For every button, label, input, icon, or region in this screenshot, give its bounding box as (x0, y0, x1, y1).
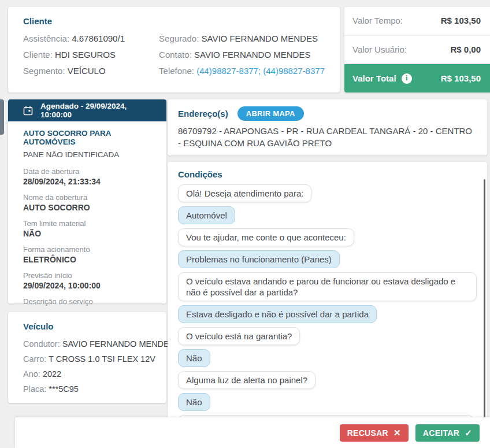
schedule-field-label: Previsão início (23, 271, 158, 280)
field-row: Segurado: SAVIO FERNANDO MENDES (159, 31, 325, 47)
decline-button[interactable]: RECUSAR ✕ (340, 424, 409, 442)
field-label: Contato: (159, 50, 192, 60)
chat-question-bubble: O veículo está na garantia? (178, 327, 300, 345)
chat-answer-bubble: Automóvel (178, 206, 235, 224)
chat-question-bubble: Olá! Deseja atendimento para: (178, 184, 311, 202)
totals-row-label: Valor Usuário: (352, 45, 407, 54)
field-row: Cliente: HDI SEGUROS (23, 47, 159, 63)
schedule-card: Agendado - 29/09/2024, 10:00:00 AUTO SOC… (8, 99, 166, 303)
accept-button[interactable]: ACEITAR ✓ (415, 424, 480, 442)
field-row: Segmento: VEÍCULO (23, 63, 159, 79)
schedule-field: Data de abertura28/09/2024, 21:33:34 (23, 166, 158, 187)
field-value: VEÍCULO (68, 66, 106, 76)
calendar-icon (23, 106, 33, 116)
field-row: Condutor: SAVIO FERNANDO MENDES (23, 336, 158, 351)
schedule-field-value: 28/09/2024, 21:33:34 (23, 176, 158, 187)
schedule-field-label: Descrição do serviço (23, 297, 158, 306)
client-card-columns: Assistência: 4.67861090/1Cliente: HDI SE… (23, 31, 325, 79)
field-label: Telefone: (159, 66, 194, 76)
field-value: HDI SEGUROS (55, 50, 116, 60)
conditions-card: Condições Olá! Deseja atendimento para:A… (168, 162, 487, 448)
field-value: 2022 (43, 369, 61, 379)
total-row: Valor Total i R$ 103,50 (344, 64, 490, 92)
address-text: 86709792 - ARAPONGAS - PR - RUA CARDEAL … (178, 125, 477, 149)
check-icon: ✓ (465, 428, 472, 438)
schedule-field-value: 29/09/2024, 10:00:00 (23, 280, 158, 291)
vehicle-fields: Condutor: SAVIO FERNANDO MENDESCarro: T … (23, 336, 158, 397)
client-card: Cliente Assistência: 4.67861090/1Cliente… (8, 7, 340, 92)
schedule-header-label: Agendado - 29/09/2024, 10:00:00 (40, 102, 159, 119)
schedule-field-label: Data de abertura (23, 166, 158, 176)
totals-panel: Valor Tempo:R$ 103,50Valor Usuário:R$ 0,… (344, 7, 490, 92)
vehicle-card: Veículo Condutor: SAVIO FERNANDO MENDESC… (8, 312, 166, 403)
schedule-fields: Data de abertura28/09/2024, 21:33:34Nome… (23, 166, 158, 317)
client-card-title: Cliente (23, 16, 325, 26)
total-value: R$ 103,50 (441, 73, 481, 83)
field-row: Telefone: (44)98827-8377; (44)98827-8377 (159, 63, 325, 79)
schedule-field: Tem limite materialNÃO (23, 219, 158, 239)
sidebar-handle[interactable] (0, 99, 4, 135)
chat-answer-bubble: Estava desligado e não é possível dar a … (178, 305, 377, 323)
client-fields-left: Assistência: 4.67861090/1Cliente: HDI SE… (23, 31, 159, 79)
chat-answer-bubble: Problemas no funcionamento (Panes) (178, 250, 340, 268)
conditions-scrollbar[interactable] (484, 179, 485, 448)
totals-row-value: R$ 103,50 (441, 16, 481, 25)
field-label: Cliente: (23, 50, 53, 60)
assistance-detail-page: Cliente Assistência: 4.67861090/1Cliente… (0, 0, 490, 448)
conditions-title: Condições (178, 169, 477, 180)
chat-question-bubble: Alguma luz de alerta no painel? (178, 371, 315, 389)
vehicle-card-title: Veículo (23, 321, 158, 331)
field-label: Segurado: (159, 34, 199, 43)
schedule-field: Forma acionamentoELETRÔNICO (23, 245, 158, 265)
field-value: SAVIO FERNANDO MENDES (202, 34, 318, 43)
field-row: Assistência: 4.67861090/1 (23, 31, 159, 47)
service-subtitle: PANE NÃO IDENTIFICADA (23, 150, 158, 159)
schedule-field-label: Nome da cobertura (23, 192, 158, 202)
schedule-field-value: AUTO SOCORRO (23, 202, 158, 213)
field-row: Ano: 2022 (23, 366, 158, 382)
field-value: ***5C95 (49, 384, 79, 394)
field-label: Condutor: (23, 339, 60, 349)
chat-answer-bubble: Não (178, 349, 210, 367)
total-label: Valor Total (352, 73, 396, 83)
address-card: Endereço(s) ABRIR MAPA 86709792 - ARAPON… (168, 99, 487, 155)
info-icon[interactable]: i (402, 73, 412, 84)
schedule-field: Previsão início29/09/2024, 10:00:00 (23, 271, 158, 291)
totals-row-label: Valor Tempo: (352, 16, 403, 25)
open-map-button[interactable]: ABRIR MAPA (237, 106, 304, 121)
field-row: Carro: T CROSS 1.0 TSI FLEX 12V (23, 351, 158, 366)
chat-question-bubble: Vou te ajudar, me conte o que aconteceu: (178, 228, 354, 246)
conditions-messages: Olá! Deseja atendimento para:AutomóvelVo… (178, 184, 477, 435)
field-label: Segmento: (23, 66, 65, 76)
chat-question-bubble: O veículo estava andando e parou de func… (178, 272, 477, 301)
phone-link[interactable]: (44)98827-8377; (44)98827-8377 (196, 66, 325, 76)
address-card-title: Endereço(s) (178, 109, 228, 119)
field-label: Placa: (23, 384, 46, 394)
field-label: Ano: (23, 369, 40, 379)
schedule-field-label: Forma acionamento (23, 245, 158, 254)
field-label: Carro: (23, 354, 46, 364)
address-header: Endereço(s) ABRIR MAPA (178, 106, 477, 121)
close-icon: ✕ (394, 428, 401, 438)
accept-button-label: ACEITAR (423, 428, 459, 438)
field-label: Assistência: (23, 34, 69, 43)
schedule-field: Nome da coberturaAUTO SOCORRO (23, 192, 158, 213)
totals-rows: Valor Tempo:R$ 103,50Valor Usuário:R$ 0,… (344, 7, 490, 63)
field-value: T CROSS 1.0 TSI FLEX 12V (49, 354, 155, 364)
decline-button-label: RECUSAR (347, 428, 388, 438)
field-row: Contato: SAVIO FERNANDO MENDES (159, 47, 325, 63)
field-value: SAVIO FERNANDO MENDES (62, 339, 175, 349)
service-title: AUTO SOCORRO PARA AUTOMÓVEIS (23, 129, 158, 146)
totals-row: Valor Usuário:R$ 0,00 (344, 36, 490, 64)
field-value: SAVIO FERNANDO MENDES (194, 50, 310, 60)
schedule-field-value: ELETRÔNICO (23, 254, 158, 265)
chat-answer-bubble: Não (178, 393, 210, 411)
field-value: 4.67861090/1 (72, 34, 125, 43)
totals-row: Valor Tempo:R$ 103,50 (344, 7, 490, 35)
schedule-header: Agendado - 29/09/2024, 10:00:00 (8, 99, 166, 121)
totals-row-value: R$ 0,00 (450, 45, 481, 54)
field-row: Placa: ***5C95 (23, 382, 158, 397)
client-fields-right: Segurado: SAVIO FERNANDO MENDESContato: … (159, 31, 325, 79)
schedule-field-value: NÃO (23, 228, 158, 239)
action-footer: RECUSAR ✕ ACEITAR ✓ (15, 417, 490, 448)
